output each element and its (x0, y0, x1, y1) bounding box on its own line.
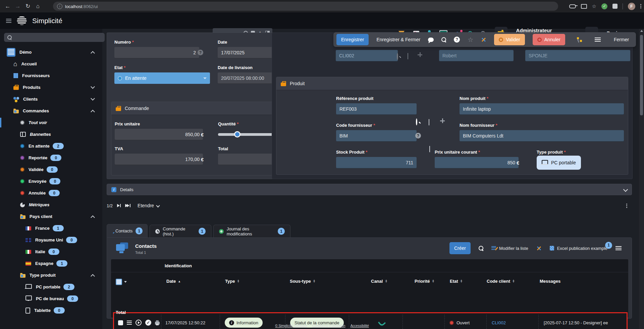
accessibility-link[interactable]: Accessibilité (351, 324, 369, 328)
cancel-button[interactable]: Annuler (533, 34, 565, 45)
help-icon[interactable]: ? (198, 50, 203, 55)
zoom-search-icon[interactable] (441, 37, 446, 42)
terms-link[interactable]: Conditions d'utilisation (312, 324, 345, 328)
close-button[interactable]: Fermer (614, 37, 629, 42)
sidebar-item-espagne[interactable]: Espagne1 (0, 258, 102, 269)
sidebar-item-tout-voir[interactable]: Tout voir (0, 117, 102, 128)
tree-view-icon[interactable] (577, 37, 582, 42)
sidebar-item-envoyee[interactable]: Envoyée0 (0, 175, 102, 187)
code-fournisseur-input[interactable]: BIM (336, 130, 417, 142)
nom-produit-input[interactable]: Infinite laptop (460, 103, 624, 115)
tab-journal-modifications[interactable]: Journal des modifications 1 (213, 225, 290, 237)
sidebar-item-pc-de-bureau[interactable]: PC de bureau0 (0, 293, 102, 305)
edit-list-button[interactable]: Modifier la liste (491, 246, 528, 251)
nom-fournisseur-input[interactable]: BIM Computers Ldt (460, 130, 624, 142)
edit-cross-icon[interactable] (536, 245, 542, 251)
prix-courant-input[interactable]: 850 (435, 157, 519, 168)
column-header-date[interactable]: Date▲ (166, 279, 181, 284)
browser-home-icon[interactable]: ⌂ (33, 3, 43, 10)
last-page-button[interactable] (125, 203, 130, 208)
comment-icon[interactable] (428, 38, 434, 42)
sidebar-item-france[interactable]: France1 (0, 222, 102, 234)
page-scrollbar[interactable] (639, 29, 644, 329)
sidebar-item-metriques[interactable]: Métriques (0, 199, 102, 211)
browser-forward-icon[interactable]: → (13, 3, 23, 10)
save-close-button[interactable]: Enregistrer & Fermer (376, 37, 420, 42)
scroll-up-arrow[interactable] (640, 30, 643, 32)
sidebar-item-bannettes[interactable]: Bannettes (0, 128, 102, 140)
open-record-icon[interactable] (408, 53, 408, 59)
install-app-icon[interactable] (581, 4, 587, 9)
expand-button[interactable]: Etendre (138, 203, 159, 208)
sidebar-item-royaume-uni[interactable]: Royaume Uni0 (0, 234, 102, 246)
open-record-icon[interactable] (429, 146, 430, 152)
open-record-icon[interactable] (429, 119, 429, 125)
create-button[interactable]: Créer (449, 242, 471, 254)
help-icon[interactable]: ? (415, 133, 421, 139)
browser-reload-icon[interactable]: ↻ (23, 3, 33, 10)
produit-section-header[interactable]: Produit (276, 77, 628, 90)
sidebar-item-pc-portable[interactable]: PC portable2 (0, 281, 102, 293)
browser-menu-icon[interactable] (640, 6, 641, 7)
help-icon[interactable]: ? (454, 37, 460, 43)
app-title[interactable]: Simplicité (32, 17, 62, 25)
stock-produit-input[interactable]: 711 (336, 157, 417, 168)
select-all-checkbox[interactable] (116, 279, 127, 285)
column-header-messages[interactable]: Messages (540, 279, 560, 284)
tva-input[interactable]: 170,00 (115, 154, 203, 165)
client-lastname-input[interactable]: SPONJE (525, 50, 630, 61)
sidebar-item-type-produit[interactable]: Type produit (0, 269, 102, 281)
simplicite-logo[interactable] (17, 16, 27, 25)
sidebar-item-fournisseurs[interactable]: Fournisseurs (0, 70, 102, 81)
tab-commande-hist[interactable]: Commande (hist.) 1 (150, 225, 211, 237)
sidebar-search-input[interactable] (4, 33, 105, 42)
scrollbar-thumb[interactable] (640, 35, 643, 115)
next-page-button[interactable] (117, 203, 121, 208)
sidebar-item-annulee[interactable]: Annulée0 (0, 187, 102, 199)
sidebar-item-produits[interactable]: Produits (0, 81, 102, 93)
prix-unitaire-input[interactable]: 850,00 (115, 129, 203, 140)
address-bar[interactable]: i localhost:8062/ui (53, 2, 558, 11)
sidebar-item-accueil[interactable]: ⌂Accueil (0, 58, 102, 70)
lookup-icon[interactable] (416, 118, 417, 125)
sidebar-toggle-icon[interactable] (6, 19, 11, 23)
more-menu-icon[interactable] (595, 38, 601, 42)
reference-produit-input[interactable]: REF003 (336, 103, 417, 115)
column-header-priorite[interactable]: Priorité▲▼ (415, 279, 434, 284)
sidebar-item-tablette[interactable]: Tablette0 (0, 305, 102, 316)
lookup-icon[interactable] (397, 53, 398, 60)
browser-profile-avatar[interactable]: F (628, 3, 635, 10)
validate-button[interactable]: Valider (494, 34, 525, 45)
sidebar-item-demo[interactable]: Démo (0, 46, 102, 58)
extensions-icon[interactable] (612, 4, 618, 9)
column-header-etat[interactable]: Etat▲▼ (450, 279, 463, 284)
numero-input[interactable]: 2 (114, 47, 199, 58)
column-header-sous-type[interactable]: Sous-type▲▼ (290, 279, 316, 284)
tab-contacts[interactable]: Contacts 1 (107, 224, 148, 237)
pager-menu-icon[interactable] (626, 205, 627, 206)
edit-cross-icon[interactable] (481, 37, 486, 42)
column-header-type[interactable]: Type▲▼ (225, 279, 239, 284)
search-icon[interactable] (479, 246, 483, 251)
column-header-canal[interactable]: Canal▲▼ (371, 279, 387, 284)
column-header-code-client[interactable]: Code client▲▼ (487, 279, 515, 284)
client-code-input[interactable]: CLI002 (336, 50, 398, 61)
slider-thumb[interactable] (234, 131, 240, 138)
sidebar-item-italie[interactable]: Italie0 (0, 246, 102, 258)
etat-select[interactable]: En attente (114, 72, 210, 84)
bookmark-star-icon[interactable]: ☆ (592, 3, 596, 9)
sidebar-item-en-attente[interactable]: En attente2 (0, 140, 102, 152)
browser-back-icon[interactable]: ← (3, 3, 13, 10)
sidebar-item-commandes[interactable]: Commandes (0, 105, 102, 117)
sidebar-item-pays-client[interactable]: Pays client (0, 211, 102, 222)
type-produit-chip[interactable]: PC portable (537, 156, 581, 170)
copyright-link[interactable]: © Simplicité Software (275, 324, 307, 328)
sidebar-item-clients[interactable]: Clients (0, 93, 102, 105)
client-firstname-input[interactable]: Robert (439, 50, 514, 61)
save-button[interactable]: Enregistrer (336, 34, 369, 45)
sidebar-item-reportee[interactable]: Reportée0 (0, 152, 102, 164)
sidebar-item-validee[interactable]: Validée0 (0, 164, 102, 175)
site-info-icon[interactable]: i (57, 4, 62, 9)
favorite-star-icon[interactable]: ☆ (468, 36, 473, 44)
list-menu-icon[interactable] (615, 246, 622, 250)
